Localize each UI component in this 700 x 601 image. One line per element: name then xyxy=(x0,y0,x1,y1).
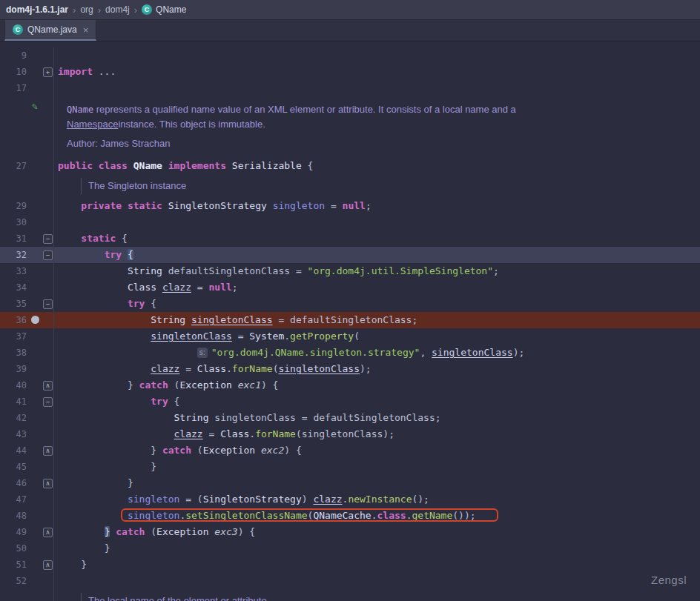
line-number[interactable]: 52 xyxy=(0,573,27,589)
line-number[interactable] xyxy=(0,589,27,601)
line-number[interactable]: 47 xyxy=(0,491,27,508)
code-line-40[interactable]: 40∧ } catch (Exception exc1) { xyxy=(0,377,700,394)
gutter[interactable]: 27 xyxy=(0,158,54,174)
code-line-17[interactable]: 17 xyxy=(0,80,700,96)
code-text[interactable]: singleton = (SingletonStrategy) clazz.ne… xyxy=(54,491,700,508)
gutter[interactable]: 31− xyxy=(0,230,54,247)
fold-minus-icon[interactable]: − xyxy=(43,397,53,407)
code-text[interactable]: String defaultSingletonClass = "org.dom4… xyxy=(54,263,700,279)
code-text[interactable]: singletonClass = System.getProperty( xyxy=(54,328,700,345)
line-number[interactable]: 43 xyxy=(0,426,27,442)
code-line-43[interactable]: 43 clazz = Class.forName(singletonClass)… xyxy=(0,426,700,442)
code-line-46[interactable]: 46∧ } xyxy=(0,475,700,491)
code-text[interactable]: clazz = Class.forName(singletonClass); xyxy=(54,426,700,442)
code-line-41[interactable]: 41− try { xyxy=(0,394,700,410)
code-text[interactable] xyxy=(54,214,700,230)
tab-qname-java[interactable]: C QName.java × xyxy=(4,20,96,41)
fold-end-icon[interactable]: ∧ xyxy=(43,446,53,456)
gutter[interactable]: 41− xyxy=(0,394,54,410)
fold-end-icon[interactable]: ∧ xyxy=(43,560,53,570)
line-number[interactable]: 32 xyxy=(0,247,27,263)
gutter[interactable]: 45 xyxy=(0,459,54,475)
line-number[interactable]: 48 xyxy=(0,508,27,524)
code-text[interactable]: } catch (Exception exc2) { xyxy=(54,442,700,459)
code-line-42[interactable]: 42 String singletonClass = defaultSingle… xyxy=(0,410,700,426)
code-text[interactable]: } xyxy=(54,540,700,557)
line-number[interactable]: 44 xyxy=(0,442,27,459)
line-number[interactable]: 45 xyxy=(0,459,27,475)
code-line-47[interactable]: 47 singleton = (SingletonStrategy) clazz… xyxy=(0,491,700,508)
code-line-33[interactable]: 33 String defaultSingletonClass = "org.d… xyxy=(0,263,700,279)
code-text[interactable]: private static SingletonStrategy singlet… xyxy=(54,198,700,214)
line-number[interactable]: 31 xyxy=(0,230,27,247)
fold-end-icon[interactable]: ∧ xyxy=(43,528,53,537)
fold-end-icon[interactable]: ∧ xyxy=(43,479,53,488)
gutter[interactable]: 44∧ xyxy=(0,442,54,459)
code-line-37[interactable]: 37 singletonClass = System.getProperty( xyxy=(0,328,700,345)
line-number[interactable]: 51 xyxy=(0,557,27,573)
code-line-36[interactable]: 36 String singletonClass = defaultSingle… xyxy=(0,312,700,328)
code-line-27[interactable]: 27public class QName implements Serializ… xyxy=(0,158,700,174)
code-text[interactable]: singleton.setSingletonClassName(QNameCac… xyxy=(54,508,700,524)
line-number[interactable]: 37 xyxy=(0,328,27,345)
gutter[interactable] xyxy=(0,589,54,601)
gutter[interactable]: 49∧ xyxy=(0,524,54,540)
gutter[interactable]: 34 xyxy=(0,279,54,296)
code-line-32[interactable]: 32− try { xyxy=(0,247,700,263)
line-number[interactable]: 17 xyxy=(0,80,27,96)
code-text[interactable]: Class clazz = null; xyxy=(54,279,700,296)
code-text[interactable] xyxy=(54,80,700,96)
gutter[interactable]: 17 xyxy=(0,80,54,96)
gutter[interactable]: 46∧ xyxy=(0,475,54,491)
gutter[interactable]: 32− xyxy=(0,247,54,263)
gutter[interactable]: 52 xyxy=(0,573,54,589)
edit-pencil-icon[interactable]: ✎ xyxy=(32,99,38,158)
gutter[interactable]: 36 xyxy=(0,312,54,328)
code-text[interactable]: } xyxy=(54,459,700,475)
code-line-35[interactable]: 35− try { xyxy=(0,296,700,312)
code-text[interactable]: import ... xyxy=(54,64,700,80)
fold-end-icon[interactable]: ∧ xyxy=(43,381,53,391)
code-text[interactable]: try { xyxy=(54,296,700,312)
code-text[interactable]: public class QName implements Serializab… xyxy=(54,158,700,174)
code-text[interactable]: } xyxy=(54,475,700,491)
code-text[interactable]: } catch (Exception exc1) { xyxy=(54,377,700,394)
line-number[interactable]: 50 xyxy=(0,540,27,557)
doc-comment-row[interactable]: The local name of the element or attribu… xyxy=(0,589,700,601)
line-number[interactable] xyxy=(0,96,27,158)
code-line-29[interactable]: 29 private static SingletonStrategy sing… xyxy=(0,198,700,214)
code-text[interactable] xyxy=(54,573,700,589)
code-line-48[interactable]: 48 singleton.setSingletonClassName(QName… xyxy=(0,508,700,524)
gutter[interactable]: 10+ xyxy=(0,64,54,80)
gutter[interactable]: 33 xyxy=(0,263,54,279)
code-line-52[interactable]: 52 xyxy=(0,573,700,589)
code-line-51[interactable]: 51∧ } xyxy=(0,557,700,573)
code-text[interactable]: static { xyxy=(54,230,700,247)
code-line-9[interactable]: 9 xyxy=(0,47,700,64)
breadcrumb-org[interactable]: org xyxy=(77,3,96,16)
gutter[interactable]: ✎ xyxy=(0,96,54,158)
line-number[interactable]: 10 xyxy=(0,64,27,80)
gutter[interactable] xyxy=(0,174,54,198)
code-line-39[interactable]: 39 clazz = Class.forName(singletonClass)… xyxy=(0,361,700,377)
breadcrumb-qname[interactable]: C QName xyxy=(139,3,189,16)
line-number[interactable]: 36 xyxy=(0,312,27,328)
fold-plus-icon[interactable]: + xyxy=(43,67,53,77)
code-text[interactable]: try { xyxy=(54,394,700,410)
line-number[interactable]: 41 xyxy=(0,394,27,410)
gutter[interactable]: 43 xyxy=(0,426,54,442)
code-text[interactable]: s:"org.dom4j.QName.singleton.strategy", … xyxy=(54,345,700,361)
code-line-30[interactable]: 30 xyxy=(0,214,700,230)
code-line-38[interactable]: 38 s:"org.dom4j.QName.singleton.strategy… xyxy=(0,345,700,361)
gutter[interactable]: 48 xyxy=(0,508,54,524)
code-text[interactable]: try { xyxy=(54,247,700,263)
breadcrumb-dom4j[interactable]: dom4j xyxy=(102,3,133,16)
code-text[interactable]: String singletonClass = defaultSingleton… xyxy=(54,410,700,426)
fold-minus-icon[interactable]: − xyxy=(43,234,53,244)
breakpoint-icon[interactable] xyxy=(31,316,39,324)
line-number[interactable]: 9 xyxy=(0,47,27,64)
gutter[interactable]: 35− xyxy=(0,296,54,312)
breadcrumb-jar[interactable]: dom4j-1.6.1.jar xyxy=(3,3,71,16)
line-number[interactable]: 33 xyxy=(0,263,27,279)
line-number[interactable]: 30 xyxy=(0,214,27,230)
